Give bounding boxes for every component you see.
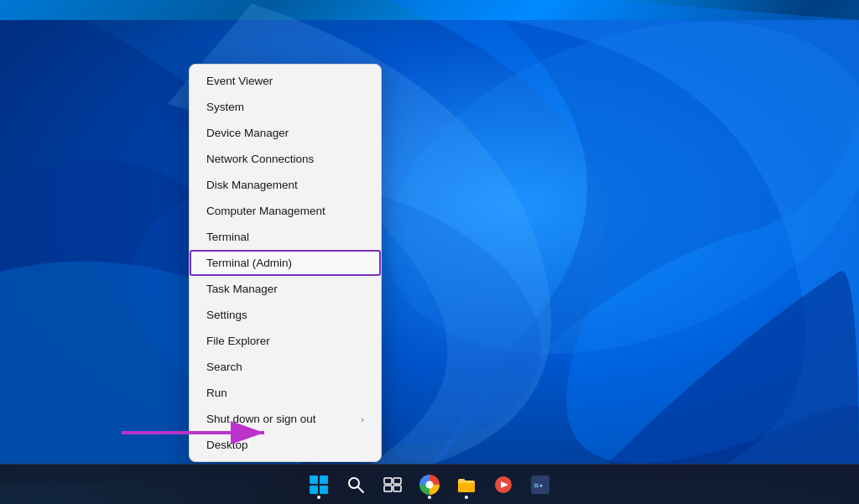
chrome-icon [419,475,440,495]
task-view-icon [383,475,403,495]
svg-rect-6 [320,475,328,484]
context-menu: Event Viewer System Device Manager Netwo… [189,64,382,462]
svg-rect-5 [310,475,318,484]
menu-item-settings[interactable]: Settings [190,302,381,328]
folder-icon [456,475,476,495]
start-button[interactable] [302,468,336,501]
svg-line-10 [358,486,364,492]
chevron-right-icon: › [361,414,364,424]
svg-rect-11 [384,478,392,484]
menu-item-task-manager[interactable]: Task Manager [190,276,381,302]
app-icon: ≡✦ [530,475,550,495]
svg-rect-12 [393,478,401,484]
menu-item-file-explorer[interactable]: File Explorer [190,328,381,354]
menu-item-terminal[interactable]: Terminal [190,224,381,250]
svg-rect-8 [320,486,328,494]
search-icon [346,475,366,495]
menu-item-computer-management[interactable]: Computer Management [190,198,381,224]
menu-item-search[interactable]: Search [190,354,381,380]
settings-button[interactable]: ≡✦ [523,468,557,501]
file-explorer-button[interactable] [450,468,483,501]
chrome-button[interactable] [413,468,446,501]
svg-rect-7 [310,486,318,494]
media-icon [493,475,513,495]
menu-item-terminal-admin[interactable]: Terminal (Admin) [190,250,381,276]
taskbar-icons: ≡✦ [302,468,557,501]
start-active-dot [317,496,320,499]
menu-item-system[interactable]: System [190,94,381,120]
svg-text:≡✦: ≡✦ [534,481,544,490]
menu-item-event-viewer[interactable]: Event Viewer [190,68,381,94]
chrome-active-dot [428,496,431,499]
arrow-annotation [117,414,285,455]
menu-item-device-manager[interactable]: Device Manager [190,120,381,146]
taskbar: ≡✦ [0,464,859,504]
windows-logo-icon [309,475,329,495]
search-button[interactable] [339,468,372,501]
menu-item-run[interactable]: Run [190,380,381,406]
menu-item-network-connections[interactable]: Network Connections [190,146,381,172]
task-view-button[interactable] [376,468,409,501]
folder-active-dot [465,496,468,499]
svg-rect-13 [384,486,392,491]
media-button[interactable] [487,468,520,501]
menu-item-disk-management[interactable]: Disk Management [190,172,381,198]
desktop: Event Viewer System Device Manager Netwo… [0,0,859,504]
svg-rect-14 [393,486,401,491]
